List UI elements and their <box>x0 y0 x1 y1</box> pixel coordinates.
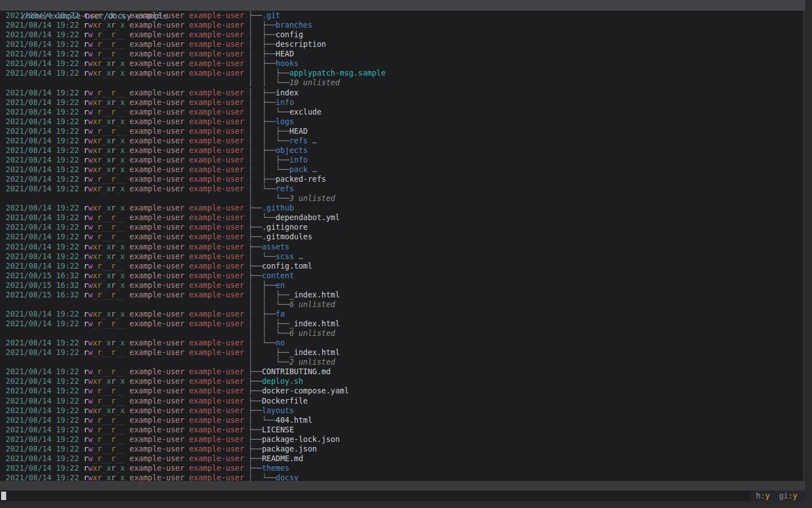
scrollbar-track[interactable] <box>804 11 805 481</box>
file-name[interactable]: HEAD <box>276 49 294 58</box>
file-row[interactable]: 2021/08/14 19:22 rwxr_xr_x example-user … <box>0 406 805 415</box>
file-row[interactable]: 2021/08/14 19:22 rw_r__r__ example-user … <box>0 213 805 222</box>
file-row[interactable]: 2021/08/14 19:22 rwxr_xr_x example-user … <box>0 473 805 481</box>
file-name[interactable]: logs <box>276 117 294 126</box>
file-row[interactable]: 2021/08/14 19:22 rw_r__r__ example-user … <box>0 319 805 329</box>
file-name[interactable]: info <box>289 155 308 164</box>
file-row[interactable]: 2021/08/14 19:22 rwxr_xr_x example-user … <box>0 203 805 213</box>
file-row[interactable]: 2021/08/14 19:22 rwxr_xr_x example-user … <box>0 463 805 473</box>
file-name[interactable]: index <box>276 88 299 97</box>
file-name[interactable]: .gitignore <box>262 222 307 231</box>
file-date: 2021/08/14 19:22 <box>6 463 83 472</box>
file-row[interactable]: 2021/08/14 19:22 rwxr_xr_x example-user … <box>0 98 805 107</box>
file-name[interactable]: refs <box>289 136 308 145</box>
file-name[interactable]: config.toml <box>262 261 312 270</box>
file-row[interactable]: 2021/08/14 19:22 rwxr_xr_x example-user … <box>0 376 805 386</box>
file-row[interactable]: │ │ └──6 unlisted <box>0 329 805 338</box>
file-row[interactable]: 2021/08/14 19:22 rwxr_xr_x example-user … <box>0 184 805 194</box>
file-name[interactable]: branches <box>276 20 312 29</box>
file-row[interactable]: 2021/08/14 19:22 rw_r__r__ example-user … <box>0 348 805 357</box>
file-row[interactable]: 2021/08/14 19:22 rw_r__r__ example-user … <box>0 386 805 396</box>
file-name[interactable]: applypatch-msg.sample <box>289 68 386 77</box>
file-row[interactable]: 2021/08/14 19:22 rwxr_xr_x example-user … <box>0 146 805 155</box>
file-name[interactable]: package-lock.json <box>262 435 339 444</box>
file-row[interactable]: │ └──2 unlisted <box>0 357 805 367</box>
file-name[interactable]: no <box>276 338 285 347</box>
file-row[interactable]: 2021/08/14 19:22 rwxr_xr_x example-user … <box>0 155 805 165</box>
file-name[interactable]: _index.html <box>289 319 339 328</box>
file-row[interactable]: 2021/08/14 19:22 rwxr_xr_x example-user … <box>0 20 805 30</box>
file-row[interactable]: 2021/08/14 19:22 rw_r__r__ example-user … <box>0 415 805 425</box>
file-name[interactable]: layouts <box>262 406 294 415</box>
file-row[interactable]: 2021/08/14 19:22 rw_r__r__ example-user … <box>0 222 805 232</box>
file-row[interactable]: 2021/08/14 19:22 rwxr_xr_x example-user … <box>0 165 805 174</box>
file-name[interactable]: scss <box>276 252 294 261</box>
file-name[interactable]: docker-compose.yaml <box>262 386 348 395</box>
search-input[interactable]: h:y gi:y <box>0 491 805 501</box>
file-name[interactable]: config <box>276 30 303 39</box>
file-name[interactable]: _index.html <box>289 290 339 299</box>
file-row[interactable]: │ │ └──10 unlisted <box>0 78 805 87</box>
file-name[interactable]: .github <box>262 203 294 212</box>
file-row[interactable]: 2021/08/14 19:22 rw_r__r__ example-user … <box>0 367 805 376</box>
file-name[interactable]: packed-refs <box>276 174 326 183</box>
file-row[interactable]: 2021/08/14 19:22 rw_r__r__ example-user … <box>0 107 805 117</box>
file-row[interactable]: 2021/08/14 19:22 rwxr_xr_x example-user … <box>0 252 805 261</box>
file-name[interactable]: content <box>262 271 294 280</box>
file-row[interactable]: 2021/08/14 19:22 rw_r__r__ example-user … <box>0 174 805 184</box>
file-row[interactable]: 2021/08/14 19:22 rwxr_xr_x example-user … <box>0 59 805 68</box>
file-name[interactable]: package.json <box>262 444 317 453</box>
file-row[interactable]: 2021/08/14 19:22 rw_r__r__ example-user … <box>0 49 805 59</box>
file-row[interactable]: 2021/08/14 19:22 rw_r__r__ example-user … <box>0 444 805 454</box>
file-row[interactable]: 2021/08/15 16:32 rwxr_xr_x example-user … <box>0 281 805 290</box>
file-row[interactable]: 2021/08/14 19:22 rw_r__r__ example-user … <box>0 126 805 136</box>
file-name[interactable]: pack <box>289 165 308 174</box>
file-row[interactable]: 2021/08/14 19:22 rw_r__r__ example-user … <box>0 88 805 98</box>
file-row[interactable]: 2021/08/14 19:22 rw_r__r__ example-user … <box>0 30 805 40</box>
file-name[interactable]: objects <box>276 146 308 155</box>
file-name[interactable]: docsy <box>276 473 299 481</box>
file-name[interactable]: refs <box>276 184 294 193</box>
file-name[interactable]: themes <box>262 463 289 472</box>
path-bar[interactable]: /home/example-user/docsy-example <box>0 0 805 11</box>
file-permission-char: _ <box>92 396 97 405</box>
file-name[interactable]: .gitmodules <box>262 232 312 241</box>
file-row[interactable]: 2021/08/14 19:22 rwxr_xr_x example-user … <box>0 242 805 252</box>
file-name[interactable]: dependabot.yml <box>276 213 340 222</box>
file-row[interactable]: │ │ └──6 unlisted <box>0 300 805 309</box>
file-name[interactable]: exclude <box>289 107 321 116</box>
file-name[interactable]: Dockerfile <box>262 396 307 405</box>
file-name[interactable]: description <box>276 40 326 49</box>
file-name[interactable]: fa <box>276 309 285 318</box>
file-row[interactable]: 2021/08/14 19:22 rw_r__r__ example-user … <box>0 40 805 49</box>
file-name[interactable]: LICENSE <box>262 425 294 434</box>
file-row[interactable]: 2021/08/14 19:22 rw_r__r__ example-user … <box>0 425 805 435</box>
file-name[interactable]: assets <box>262 242 289 251</box>
file-row[interactable]: 2021/08/14 19:22 rwxr_xr_x example-user … <box>0 136 805 146</box>
file-row[interactable]: 2021/08/14 19:22 rw_r__r__ example-user … <box>0 454 805 463</box>
file-permission-char: x <box>107 376 111 386</box>
file-row[interactable]: 2021/08/15 16:32 rw_r__r__ example-user … <box>0 290 805 300</box>
file-row[interactable]: 2021/08/14 19:22 rwxr_xr_x example-user … <box>0 11 805 20</box>
file-name[interactable]: HEAD <box>289 126 308 135</box>
file-name[interactable]: en <box>276 281 285 290</box>
file-row[interactable]: 2021/08/14 19:22 rw_r__r__ example-user … <box>0 435 805 444</box>
file-name[interactable]: CONTRIBUTING.md <box>262 367 330 376</box>
file-name[interactable]: .git <box>262 11 280 20</box>
file-row[interactable]: 2021/08/14 19:22 rwxr_xr_x example-user … <box>0 68 805 78</box>
file-name[interactable]: hooks <box>276 59 299 68</box>
file-row[interactable]: 2021/08/14 19:22 rwxr_xr_x example-user … <box>0 309 805 319</box>
file-name[interactable]: deploy.sh <box>262 376 303 386</box>
file-row[interactable]: 2021/08/14 19:22 rw_r__r__ example-user … <box>0 261 805 271</box>
file-row[interactable]: 2021/08/14 19:22 rw_r__r__ example-user … <box>0 232 805 242</box>
file-row[interactable]: 2021/08/14 19:22 rw_r__r__ example-user … <box>0 396 805 406</box>
file-name[interactable]: 404.html <box>276 415 312 424</box>
file-name[interactable]: README.md <box>262 454 303 463</box>
file-row[interactable]: │ └──3 unlisted <box>0 194 805 203</box>
file-row[interactable]: 2021/08/14 19:22 rwxr_xr_x example-user … <box>0 117 805 126</box>
file-name[interactable]: info <box>276 98 294 107</box>
truncated-ellipsis: … <box>308 165 317 174</box>
file-name[interactable]: _index.html <box>289 348 339 357</box>
file-row[interactable]: 2021/08/14 19:22 rwxr_xr_x example-user … <box>0 338 805 348</box>
file-row[interactable]: 2021/08/15 16:32 rwxr_xr_x example-user … <box>0 271 805 281</box>
